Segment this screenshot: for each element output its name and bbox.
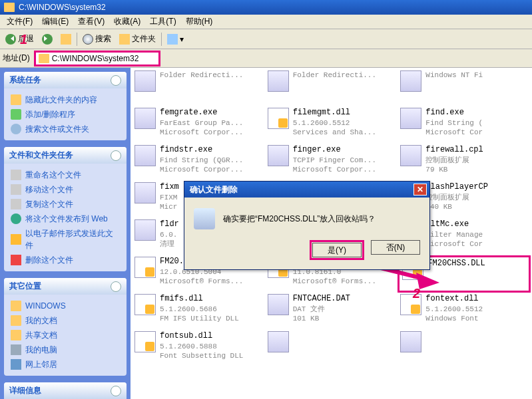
task-copy[interactable]: 复制这个文件	[11, 197, 120, 211]
file-company: 清理	[160, 239, 179, 249]
confirm-delete-dialog: 确认文件删除 ✕ 确实要把“FM20CHSS.DLL”放入回收站吗？ 是(Y) …	[184, 181, 430, 270]
file-name: femgrate.exe	[160, 108, 243, 118]
address-bar: 地址(D) C:\WINDOWS\system32	[0, 49, 532, 68]
menu-help[interactable]: 帮助(H)	[182, 15, 217, 29]
place-mycomputer[interactable]: 我的电脑	[11, 342, 120, 357]
task-hide-contents[interactable]: 隐藏此文件夹的内容	[11, 92, 120, 107]
file-icon	[268, 294, 289, 315]
folders-icon	[119, 34, 130, 45]
task-publish[interactable]: 将这个文件发布到 Web	[11, 211, 120, 226]
file-name: FNTCACHE.DAT	[293, 294, 350, 305]
task-search[interactable]: 搜索文件或文件夹	[11, 122, 120, 136]
file-desc: Filter Manage	[425, 230, 483, 239]
file-item[interactable]: filemgmt.dll5.1.2600.5512Services and Sh…	[265, 106, 398, 144]
panel-header[interactable]: 系统任务	[4, 72, 127, 88]
task-add-remove[interactable]: 添加/删除程序	[11, 107, 120, 122]
menu-bar: 文件(F) 编辑(E) 查看(V) 收藏(A) 工具(T) 帮助(H)	[0, 15, 532, 29]
file-name: fontext.dll	[425, 294, 483, 305]
file-icon	[134, 145, 156, 166]
file-item[interactable]: Folder Redirecti...	[132, 69, 265, 106]
svg-marker-0	[416, 273, 439, 289]
file-item[interactable]	[398, 330, 531, 367]
file-desc: 5.1.2600.5512	[425, 305, 483, 314]
panel-header[interactable]: 其它位置	[4, 278, 127, 295]
file-icon	[400, 70, 421, 92]
file-company: Microsoft Corpor...	[160, 165, 243, 174]
search-icon	[83, 34, 93, 45]
window-title: C:\WINDOWS\system32	[19, 3, 106, 12]
address-folder-icon	[39, 54, 49, 63]
file-company: Font Subsetting DLL	[160, 351, 243, 360]
search-icon	[11, 124, 21, 134]
file-company: Microsoft Cor	[425, 239, 483, 249]
file-icon	[134, 219, 156, 241]
place-network[interactable]: 网上邻居	[11, 357, 120, 372]
file-icon	[268, 145, 289, 166]
menu-favorites[interactable]: 收藏(A)	[110, 15, 144, 29]
search-button[interactable]: 搜索	[80, 32, 114, 46]
task-rename[interactable]: 重命名这个文件	[11, 168, 120, 182]
place-mydocs[interactable]: 我的文档	[11, 313, 120, 328]
menu-tools[interactable]: 工具(T)	[146, 15, 180, 29]
yes-button-highlight: 是(Y)	[310, 240, 364, 260]
file-name: fixm	[160, 182, 179, 193]
file-name: fltMc.exe	[425, 219, 483, 230]
file-desc: 控制面板扩展	[425, 156, 483, 165]
no-button[interactable]: 否(N)	[371, 240, 420, 255]
file-item[interactable]: firewall.cpl控制面板扩展79 KB	[398, 144, 531, 181]
up-icon	[61, 34, 71, 45]
mail-icon	[11, 234, 21, 245]
file-item[interactable]: Windows NT Fi	[398, 69, 531, 106]
menu-file[interactable]: 文件(F)	[3, 15, 37, 29]
menu-view[interactable]: 查看(V)	[74, 15, 109, 29]
place-windows[interactable]: WINDOWS	[11, 299, 120, 313]
dialog-titlebar[interactable]: 确认文件删除 ✕	[184, 182, 429, 198]
file-icon	[400, 145, 421, 166]
file-item[interactable]: fontsub.dll5.1.2600.5888Font Subsetting …	[132, 330, 265, 367]
file-desc: 6.0.	[160, 230, 179, 239]
file-desc: DAT 文件	[293, 305, 350, 314]
file-item[interactable]: fmifs.dll5.1.2600.5686FM IFS Utility DLL	[132, 293, 265, 330]
annotation-1: 1	[20, 32, 27, 47]
panel-system-tasks: 系统任务 隐藏此文件夹的内容 添加/删除程序 搜索文件或文件夹	[4, 72, 127, 140]
file-desc: Folder Redirecti...	[293, 70, 376, 80]
file-item[interactable]: finger.exeTCPIP Finger Com...Microsoft C…	[265, 144, 398, 181]
expand-icon	[111, 386, 121, 396]
file-item[interactable]: Folder Redirecti...	[265, 69, 398, 106]
file-name: firewall.cpl	[425, 145, 483, 156]
file-desc: Find String (QGR...	[160, 156, 243, 165]
file-item[interactable]	[265, 330, 398, 367]
close-button[interactable]: ✕	[413, 184, 427, 196]
task-delete[interactable]: 删除这个文件	[11, 253, 120, 267]
yes-button[interactable]: 是(Y)	[312, 243, 362, 257]
file-item[interactable]: findstr.exeFind String (QGR...Microsoft …	[132, 144, 265, 181]
up-button[interactable]	[58, 33, 74, 46]
file-item[interactable]: find.exeFind String (Microsoft Cor	[398, 106, 531, 144]
task-move[interactable]: 移动这个文件	[11, 182, 120, 197]
file-desc: FarEast Group Pa...	[160, 118, 243, 128]
folders-label: 文件夹	[132, 33, 156, 45]
panel-header[interactable]: 文件和文件夹任务	[4, 147, 127, 164]
forward-button[interactable]	[39, 33, 55, 46]
task-email[interactable]: 以电子邮件形式发送此文件	[11, 226, 120, 253]
views-button[interactable]: ▾	[164, 33, 186, 46]
file-name: fmifs.dll	[160, 294, 239, 305]
panel-details: 详细信息	[4, 382, 127, 399]
file-name: findstr.exe	[160, 145, 243, 156]
file-item[interactable]: femgrate.exeFarEast Group Pa...Microsoft…	[132, 106, 265, 144]
dialog-title: 确认文件删除	[190, 184, 238, 196]
file-item[interactable]: FNTCACHE.DATDAT 文件101 KB	[265, 293, 398, 330]
file-company: Services and Sha...	[293, 128, 376, 137]
folders-button[interactable]: 文件夹	[117, 32, 158, 46]
panel-header[interactable]: 详细信息	[4, 382, 127, 399]
address-input[interactable]: C:\WINDOWS\system32	[34, 51, 160, 66]
file-icon	[134, 70, 156, 92]
file-name: fontsub.dll	[160, 331, 243, 342]
file-name: filemgmt.dll	[293, 108, 376, 118]
place-shared[interactable]: 共享文档	[11, 328, 120, 342]
file-desc: FIXM	[160, 193, 179, 202]
dialog-message: 确实要把“FM20CHSS.DLL”放入回收站吗？	[223, 213, 376, 225]
panel-title: 其它位置	[9, 281, 41, 292]
menu-edit[interactable]: 编辑(E)	[38, 15, 73, 29]
file-company: 140 KB	[425, 202, 488, 211]
